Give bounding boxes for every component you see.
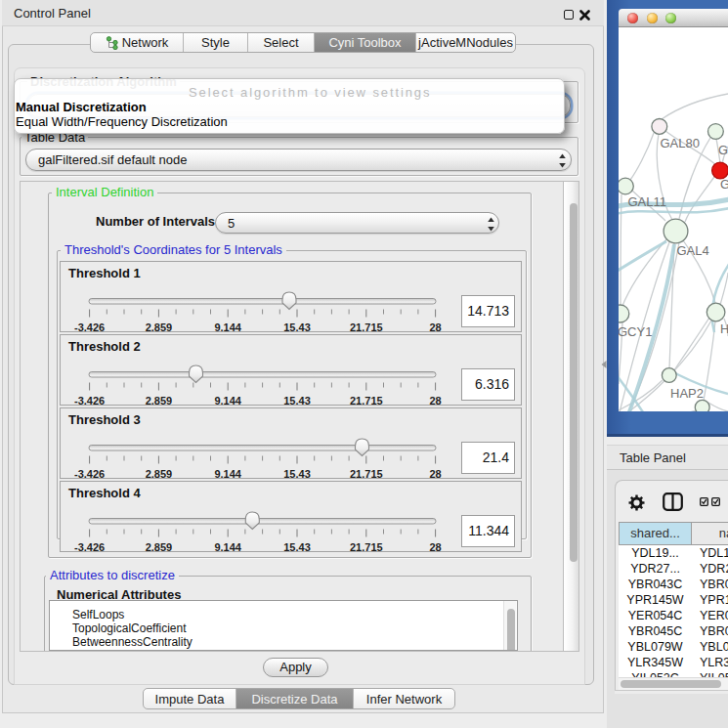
svg-text:28: 28 (429, 321, 441, 333)
svg-text:15.43: 15.43 (283, 321, 311, 333)
svg-text:GAL4: GAL4 (677, 243, 709, 258)
svg-text:9.144: 9.144 (214, 321, 241, 333)
svg-text:2.859: 2.859 (146, 468, 173, 480)
svg-text:9.144: 9.144 (214, 541, 241, 553)
svg-text:HAP2: HAP2 (670, 386, 704, 401)
svg-text:-3.426: -3.426 (74, 468, 105, 480)
svg-text:9.144: 9.144 (214, 395, 241, 407)
svg-text:2.859: 2.859 (146, 541, 173, 553)
svg-text:-3.426: -3.426 (74, 321, 105, 333)
svg-text:28: 28 (429, 468, 441, 480)
svg-text:2.859: 2.859 (146, 321, 173, 333)
svg-text:21.715: 21.715 (350, 395, 383, 407)
svg-text:-3.426: -3.426 (74, 541, 105, 553)
svg-text:2.859: 2.859 (146, 395, 173, 407)
svg-text:28: 28 (429, 395, 441, 407)
svg-text:15.43: 15.43 (283, 541, 311, 553)
svg-text:28: 28 (429, 541, 441, 553)
svg-text:GA: GA (718, 143, 728, 157)
svg-text:9.144: 9.144 (214, 468, 241, 480)
svg-text:GA: GA (720, 177, 728, 192)
svg-text:15.43: 15.43 (283, 395, 311, 407)
svg-text:GAL80: GAL80 (660, 136, 699, 150)
svg-text:GAL11: GAL11 (628, 194, 667, 209)
svg-text:HA: HA (720, 321, 728, 336)
svg-text:GCY1: GCY1 (619, 324, 652, 339)
svg-text:21.715: 21.715 (350, 321, 383, 333)
svg-text:21.715: 21.715 (350, 468, 383, 480)
svg-text:21.715: 21.715 (350, 541, 383, 553)
svg-text:15.43: 15.43 (283, 468, 311, 480)
svg-text:-3.426: -3.426 (74, 395, 105, 407)
